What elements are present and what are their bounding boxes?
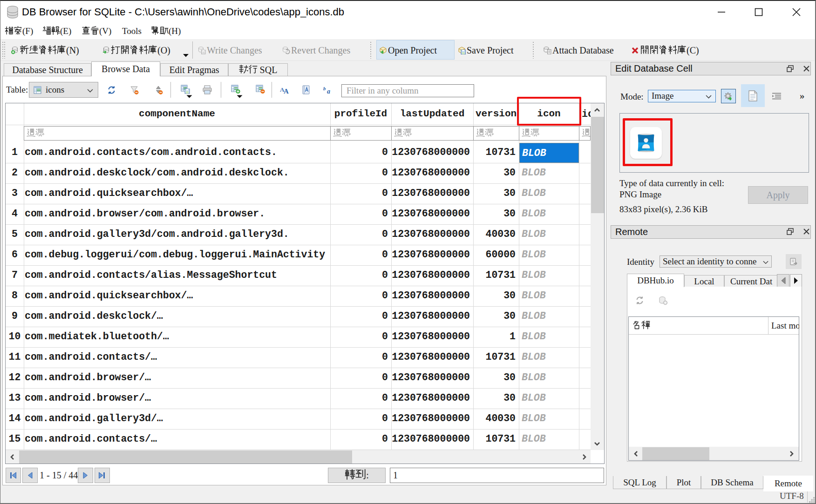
svg-text:b: b [323, 86, 326, 91]
svg-text:A: A [284, 87, 289, 95]
svg-text:a: a [327, 88, 330, 95]
